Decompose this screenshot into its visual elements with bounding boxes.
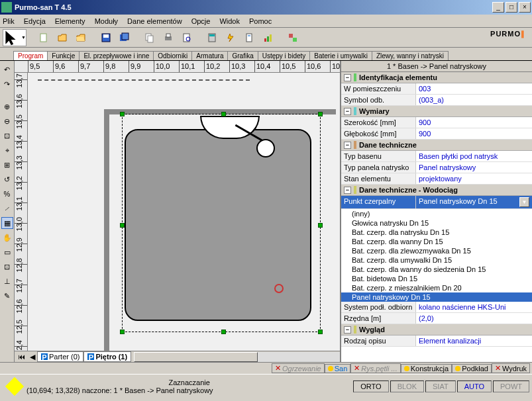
prop-value[interactable]: Panel natryskowy (416, 162, 532, 173)
grid-icon[interactable]: ▦ (1, 217, 13, 229)
status-siat[interactable]: SIAT (425, 380, 456, 392)
print-icon[interactable] (160, 30, 176, 46)
resize-handle[interactable] (318, 112, 323, 116)
tab-zlewy[interactable]: Zlewy, wanny i natryski (372, 51, 449, 60)
ortho-icon[interactable]: ⊥ (1, 275, 13, 287)
section-wyglad[interactable]: −Wygląd (341, 324, 532, 335)
dropdown-option[interactable]: Bat. czerp. dla wanny Dn 15 (341, 237, 532, 246)
drawing-canvas[interactable] (28, 73, 340, 351)
flash-icon[interactable] (223, 30, 239, 46)
doc-icon[interactable] (241, 30, 257, 46)
zoom-scale-icon[interactable]: % (1, 188, 13, 200)
horizontal-scrollbar[interactable] (134, 352, 340, 362)
tab-przeplywowe[interactable]: El. przepływowe i inne (79, 51, 154, 60)
menu-pomoc[interactable]: Pomoc (249, 17, 272, 25)
chart-icon[interactable] (260, 30, 276, 46)
open-icon[interactable] (54, 30, 70, 46)
dropdown-option[interactable]: Bat. bidetowa Dn 15 (341, 274, 532, 283)
prop-value[interactable]: (2,0) (416, 313, 532, 324)
tab-funkcje[interactable]: Funkcje (47, 51, 80, 60)
pan-icon[interactable]: ✋ (1, 232, 13, 244)
zoom-fit-icon[interactable]: ⊡ (1, 130, 13, 142)
prop-value[interactable]: Element kanalizacji (416, 335, 532, 346)
resize-handle[interactable] (120, 223, 125, 228)
resize-handle[interactable] (318, 223, 323, 228)
minimize-button[interactable]: _ (492, 2, 504, 13)
redo-icon[interactable]: ↷ (1, 78, 13, 90)
resize-handle[interactable] (120, 330, 125, 334)
dropdown-option[interactable]: Bat. czerp. dla umywalki Dn 15 (341, 255, 532, 265)
maximize-button[interactable]: □ (505, 2, 517, 13)
new-icon[interactable] (36, 30, 52, 46)
pencil-icon[interactable]: ✎ (1, 290, 13, 302)
menu-elementy[interactable]: Elementy (55, 17, 85, 25)
tab-odbiorniki[interactable]: Odbiorniki (153, 51, 192, 60)
resize-handle[interactable] (221, 330, 226, 334)
prop-value[interactable]: kolano naścienne HKS-Uni (416, 302, 532, 312)
prop-value[interactable]: 003 (416, 83, 532, 94)
resize-handle[interactable] (120, 112, 125, 116)
snap-icon[interactable]: ⊡ (1, 261, 13, 273)
dropdown-option[interactable]: Bat. czerp. dla natrysku Dn 15 (341, 228, 532, 237)
tab-baterie[interactable]: Baterie i umywalki (309, 51, 372, 60)
section-tech[interactable]: −Dane techniczne (341, 140, 532, 151)
tab-grafika[interactable]: Grafika (227, 51, 258, 60)
tool-icon[interactable] (285, 30, 301, 46)
tab-armatura[interactable]: Armatura (191, 51, 228, 60)
prop-value[interactable]: 900 (416, 128, 532, 139)
zoom-window-icon[interactable]: ⌖ (1, 144, 13, 156)
pointer-tool[interactable]: ▼ (3, 29, 27, 46)
status-auto[interactable]: AUTO (457, 380, 492, 392)
section-wodociag[interactable]: −Dane techniczne - Wodociąg (341, 185, 532, 196)
status-powt[interactable]: POWT (493, 380, 529, 392)
menu-widok[interactable]: Widok (219, 17, 240, 25)
view-tab-san[interactable]: San (325, 364, 351, 373)
floor-tab-parter[interactable]: PParter (0) (37, 351, 83, 362)
prop-value[interactable]: projektowany (416, 173, 532, 184)
menu-edycja[interactable]: Edycja (24, 17, 46, 25)
prop-value[interactable]: (003_a) (416, 95, 532, 105)
zoom-in-icon[interactable]: ⊕ (1, 101, 13, 112)
dropdown-arrow-icon[interactable]: ▼ (519, 197, 529, 207)
menu-plik[interactable]: Plik (3, 17, 15, 25)
preview-icon[interactable] (179, 30, 195, 46)
layer-icon[interactable]: ▭ (1, 246, 13, 258)
measure-icon[interactable]: ⟋ (1, 202, 13, 214)
floor-tab-pietro[interactable]: PPiętro (1) (83, 351, 131, 362)
dropdown-option[interactable]: Panel natryskowy Dn 15 (341, 292, 532, 302)
dropdown-option[interactable]: Bat. czerp. z mieszalnikiem Dn 20 (341, 283, 532, 292)
prop-value[interactable]: Basen płytki pod natrysk (416, 151, 532, 161)
close-button[interactable]: × (519, 2, 531, 13)
nav-first-icon[interactable]: ⏮ (15, 353, 28, 361)
dropdown-option[interactable]: Bat. czerp. dla wanny do siedzenia Dn 15 (341, 265, 532, 274)
menu-dane[interactable]: Dane elementów (127, 17, 182, 25)
menu-opcje[interactable]: Opcje (191, 17, 211, 25)
copy-icon[interactable] (142, 30, 158, 46)
zoom-ext-icon[interactable]: ⊞ (1, 159, 13, 171)
view-tab-konstrukcja[interactable]: Konstrukcja (401, 364, 452, 373)
dropdown-option[interactable]: Głowica natrysku Dn 15 (341, 218, 532, 228)
status-blok[interactable]: BLOK (390, 380, 424, 392)
nav-prev-icon[interactable]: ◀ (28, 353, 37, 361)
zoom-out-icon[interactable]: ⊖ (1, 115, 13, 127)
view-tab-ogrzewanie[interactable]: ✕Ogrzewanie (272, 363, 325, 373)
prop-value-selected[interactable]: Panel natryskowy Dn 15▼ (416, 196, 532, 208)
open2-icon[interactable] (73, 30, 89, 46)
dropdown-option[interactable]: (inny) (341, 209, 532, 218)
section-ident[interactable]: −Identyfikacja elementu (341, 72, 532, 83)
selection-box[interactable] (122, 114, 321, 332)
view-tab-podklad[interactable]: Podkład (452, 364, 492, 373)
menu-moduly[interactable]: Moduły (95, 17, 118, 25)
undo-icon[interactable]: ↶ (1, 64, 13, 75)
section-wymiary[interactable]: −Wymiary (341, 106, 532, 117)
prop-value[interactable]: 900 (416, 117, 532, 128)
tab-ustepy[interactable]: Ustępy i bidety (258, 51, 311, 60)
saveall-icon[interactable] (117, 30, 133, 46)
resize-handle[interactable] (318, 330, 323, 334)
view-tab-rys[interactable]: ✕Rys.pętli ... (350, 363, 400, 373)
view-tab-wydruk[interactable]: ✕Wydruk (492, 363, 530, 373)
calc-icon[interactable] (204, 30, 220, 46)
zoom-prev-icon[interactable]: ↺ (1, 173, 13, 185)
status-orto[interactable]: ORTO (353, 380, 388, 392)
dropdown-option[interactable]: Bat. czerp. dla zlewozmywaka Dn 15 (341, 246, 532, 255)
